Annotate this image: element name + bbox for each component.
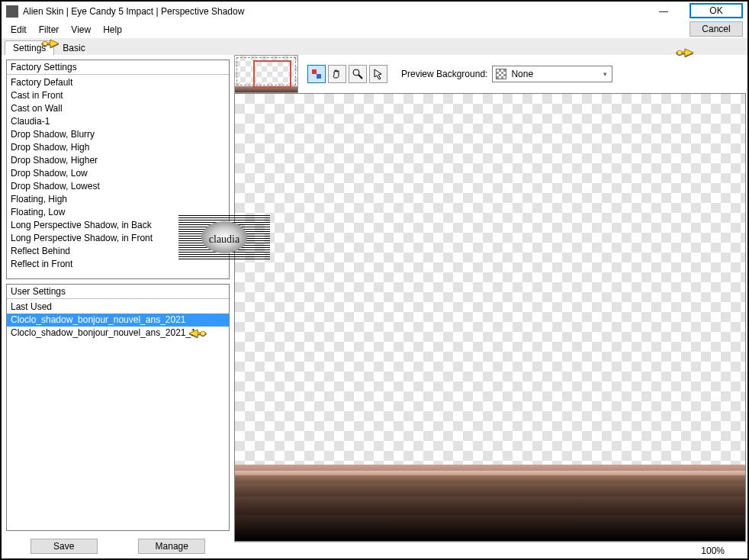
tab-basic[interactable]: Basic (54, 40, 93, 55)
list-item[interactable]: Last Used (7, 301, 229, 314)
list-item[interactable]: Claudia-1 (7, 115, 229, 128)
tool-preview-toggle[interactable] (307, 65, 326, 83)
tabs-bar: Settings Basic OK Cancel (2, 38, 747, 55)
list-item[interactable]: Long Perspective Shadow, in Front (7, 232, 229, 245)
chevron-down-icon: ▾ (599, 66, 612, 82)
cancel-button[interactable]: Cancel (690, 21, 743, 37)
list-item[interactable]: Cast on Wall (7, 102, 229, 115)
svg-rect-0 (312, 69, 317, 74)
list-item[interactable]: Cast in Front (7, 89, 229, 102)
menu-filter[interactable]: Filter (33, 23, 66, 37)
menu-edit[interactable]: Edit (5, 23, 33, 37)
zoom-level: 100% (701, 546, 725, 556)
preview-thumbnail[interactable] (234, 55, 298, 93)
tool-hand[interactable] (328, 65, 346, 83)
list-item[interactable]: Long Perspective Shadow, in Back (7, 219, 229, 232)
svg-rect-1 (317, 74, 321, 79)
list-item[interactable]: Reflect in Front (7, 258, 229, 271)
status-bar: 100% (234, 542, 747, 558)
list-item[interactable]: Factory Default (7, 76, 229, 89)
tab-settings[interactable]: Settings (5, 40, 54, 56)
list-item[interactable]: Cloclo_shadow_bonjour_nouvel_ans_2021 (7, 314, 229, 327)
manage-button[interactable]: Manage (138, 539, 205, 554)
list-item[interactable]: Floating, Low (7, 206, 229, 219)
hand-icon (331, 68, 343, 80)
preview-toolbar: Preview Background: None ▾ (234, 55, 747, 93)
titlebar: Alien Skin | Eye Candy 5 Impact | Perspe… (2, 2, 747, 21)
svg-point-2 (353, 69, 359, 76)
preview-panel: Preview Background: None ▾ 10 (234, 55, 747, 558)
svg-line-3 (358, 75, 362, 79)
preview-bg-value: None (511, 69, 533, 79)
list-item[interactable]: Cloclo_shadow_bonjour_nouvel_ans_2021_1 (7, 327, 229, 340)
list-item[interactable]: Drop Shadow, Higher (7, 154, 229, 167)
tool-pointer[interactable] (369, 65, 387, 83)
menu-help[interactable]: Help (97, 23, 128, 37)
preview-toggle-icon (310, 68, 323, 80)
list-item[interactable]: Reflect Behind (7, 245, 229, 258)
minimize-button[interactable]: ― (647, 2, 680, 21)
magnifier-icon (352, 68, 364, 80)
list-item[interactable]: Floating, High (7, 193, 229, 206)
preview-bg-label: Preview Background: (401, 69, 487, 79)
list-item[interactable]: Drop Shadow, High (7, 141, 229, 154)
settings-panel: Factory Settings Factory Default Cast in… (2, 55, 234, 558)
window-title: Alien Skin | Eye Candy 5 Impact | Perspe… (23, 6, 647, 17)
preview-bg-select[interactable]: None ▾ (492, 66, 612, 82)
app-icon (6, 5, 18, 18)
menu-view[interactable]: View (65, 23, 97, 37)
pointer-icon (372, 68, 384, 80)
menubar: Edit Filter View Help (2, 21, 747, 38)
tool-zoom[interactable] (349, 65, 367, 83)
user-settings-header: User Settings (7, 285, 229, 299)
transparency-swatch-icon (496, 69, 506, 79)
user-settings-list[interactable]: User Settings Last Used Cloclo_shadow_bo… (6, 284, 230, 531)
factory-settings-header: Factory Settings (7, 60, 229, 75)
list-item[interactable]: Drop Shadow, Lowest (7, 180, 229, 193)
ok-button[interactable]: OK (690, 3, 743, 18)
list-item[interactable]: Drop Shadow, Low (7, 167, 229, 180)
save-button[interactable]: Save (31, 539, 98, 554)
factory-settings-list[interactable]: Factory Settings Factory Default Cast in… (6, 60, 230, 279)
preview-canvas[interactable] (234, 93, 746, 542)
list-item[interactable]: Drop Shadow, Blurry (7, 128, 229, 141)
